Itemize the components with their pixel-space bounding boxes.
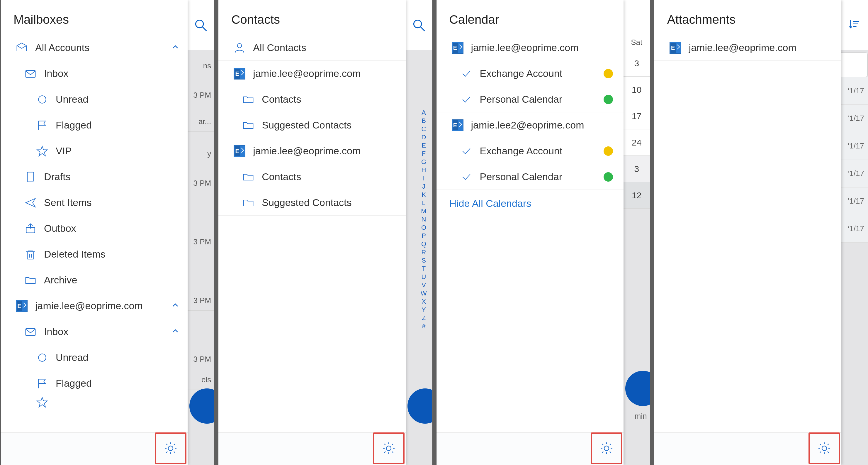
exchange-calendar-row-2[interactable]: Exchange Account bbox=[436, 138, 623, 164]
index-letter[interactable]: M bbox=[421, 207, 426, 215]
suggested-contacts-row[interactable]: Suggested Contacts bbox=[218, 112, 405, 138]
index-letter[interactable]: B bbox=[422, 117, 426, 125]
settings-button[interactable] bbox=[808, 432, 840, 464]
all-accounts-row[interactable]: All Accounts bbox=[1, 35, 188, 61]
calendar-date-cell[interactable]: 12 bbox=[623, 182, 650, 209]
index-letter[interactable]: O bbox=[421, 224, 426, 231]
inbox-row[interactable]: Inbox bbox=[1, 61, 188, 87]
exchange-icon bbox=[231, 68, 248, 80]
drawer-title-contacts: Contacts bbox=[218, 0, 405, 35]
index-letter[interactable]: K bbox=[422, 191, 426, 199]
calendar-date-cell[interactable]: 24 bbox=[623, 129, 650, 156]
account-row-1[interactable]: jamie.lee@eoprime.com bbox=[1, 293, 188, 319]
calendar-account-2[interactable]: jamie.lee2@eoprime.com bbox=[436, 112, 623, 138]
sent-row[interactable]: Sent Items bbox=[1, 190, 188, 215]
search-icon[interactable] bbox=[412, 18, 426, 32]
contacts-account-1[interactable]: jamie.lee@eoprime.com bbox=[218, 61, 405, 87]
index-letter[interactable]: Q bbox=[421, 240, 426, 248]
sort-icon[interactable] bbox=[848, 19, 861, 32]
attachments-account-row[interactable]: jamie.lee@eoprime.com bbox=[654, 35, 841, 61]
mail-bg-snippet: ns bbox=[188, 56, 214, 76]
mailboxes-drawer: Mailboxes All Accounts Inbox Unread Flag… bbox=[1, 0, 188, 465]
index-letter[interactable]: W bbox=[421, 290, 427, 297]
index-letter[interactable]: Z bbox=[422, 314, 426, 322]
deleted-row[interactable]: Deleted Items bbox=[1, 241, 188, 267]
account-unread-row[interactable]: Unread bbox=[1, 345, 188, 371]
drafts-row[interactable]: Drafts bbox=[1, 164, 188, 190]
index-letter[interactable]: E bbox=[422, 142, 426, 149]
suggested-contacts-label: Suggested Contacts bbox=[262, 197, 397, 208]
calendar-date-cell[interactable]: 10 bbox=[623, 77, 650, 103]
account-vip-row-partial[interactable] bbox=[1, 396, 188, 414]
star-icon bbox=[34, 396, 51, 408]
unread-label: Unread bbox=[56, 352, 179, 363]
index-letter[interactable]: F bbox=[422, 150, 426, 157]
flagged-row[interactable]: Flagged bbox=[1, 112, 188, 138]
settings-button[interactable] bbox=[373, 432, 405, 464]
folder-icon bbox=[240, 197, 256, 209]
check-icon bbox=[458, 94, 474, 105]
settings-button[interactable] bbox=[155, 432, 186, 464]
index-letter[interactable]: L bbox=[422, 199, 425, 207]
index-letter[interactable]: A bbox=[422, 109, 426, 116]
vip-label: VIP bbox=[56, 145, 179, 157]
contacts-folder-row[interactable]: Contacts bbox=[218, 87, 405, 112]
index-letter[interactable]: V bbox=[422, 281, 426, 289]
check-icon bbox=[458, 145, 474, 157]
alphabet-index[interactable]: A B C D E F G H I J K L M N O P Q R S T bbox=[418, 109, 430, 330]
index-letter[interactable]: X bbox=[422, 298, 426, 306]
account-inbox-row[interactable]: Inbox bbox=[1, 319, 188, 345]
add-event-fab[interactable] bbox=[625, 371, 650, 406]
index-letter[interactable]: N bbox=[422, 215, 426, 223]
outbox-row[interactable]: Outbox bbox=[1, 215, 188, 241]
personal-calendar-row-2[interactable]: Personal Calendar bbox=[436, 164, 623, 190]
all-contacts-row[interactable]: All Contacts bbox=[218, 35, 405, 61]
deleted-label: Deleted Items bbox=[44, 249, 179, 260]
index-letter[interactable]: R bbox=[422, 249, 426, 256]
personal-calendar-row-1[interactable]: Personal Calendar bbox=[436, 87, 623, 112]
vip-row[interactable]: VIP bbox=[1, 138, 188, 164]
exchange-icon bbox=[667, 42, 684, 54]
archive-row[interactable]: Archive bbox=[1, 267, 188, 293]
calendar-date-cell[interactable]: 3 bbox=[623, 50, 650, 77]
attachment-bg-row: ‘1/17 bbox=[841, 215, 868, 243]
circle-icon bbox=[34, 352, 51, 364]
account-label: jamie.lee@eoprime.com bbox=[35, 300, 171, 312]
calendar-date-cell[interactable]: 17 bbox=[623, 103, 650, 129]
chevron-up-icon[interactable] bbox=[171, 326, 179, 338]
contacts-folder-row-2[interactable]: Contacts bbox=[218, 164, 405, 190]
index-letter[interactable]: C bbox=[422, 125, 426, 133]
index-letter[interactable]: # bbox=[422, 322, 425, 330]
calendar-bg-strip: Sat 3 10 17 24 3 12 min min bbox=[623, 0, 650, 465]
index-letter[interactable]: P bbox=[422, 232, 426, 240]
index-letter[interactable]: G bbox=[421, 158, 426, 166]
unread-row[interactable]: Unread bbox=[1, 87, 188, 112]
mail-bg-snippet: y bbox=[188, 144, 214, 164]
account-flagged-row[interactable]: Flagged bbox=[1, 371, 188, 396]
calendar-bg-header: Sat bbox=[623, 0, 650, 50]
hide-all-calendars-link[interactable]: Hide All Calendars bbox=[436, 190, 623, 217]
add-contact-fab[interactable] bbox=[407, 388, 432, 424]
index-letter[interactable]: Y bbox=[422, 306, 426, 314]
chevron-up-icon[interactable] bbox=[171, 42, 179, 53]
index-letter[interactable]: J bbox=[422, 183, 425, 191]
index-letter[interactable]: H bbox=[422, 166, 426, 174]
chevron-up-icon[interactable] bbox=[171, 300, 179, 312]
calendar-panel-window: Sat 3 10 17 24 3 12 min min Calendar jam… bbox=[436, 0, 650, 465]
gear-icon bbox=[817, 441, 831, 455]
index-letter[interactable]: T bbox=[422, 265, 426, 272]
exchange-calendar-row-1[interactable]: Exchange Account bbox=[436, 61, 623, 87]
contacts-bg-header bbox=[406, 0, 432, 50]
index-letter[interactable]: S bbox=[422, 257, 426, 264]
settings-button[interactable] bbox=[591, 432, 622, 464]
search-icon[interactable] bbox=[194, 18, 208, 32]
suggested-contacts-row-2[interactable]: Suggested Contacts bbox=[218, 190, 405, 215]
contacts-account-2[interactable]: jamie.lee@eoprime.com bbox=[218, 138, 405, 164]
calendar-date-cell[interactable]: 3 bbox=[623, 156, 650, 182]
check-icon bbox=[458, 171, 474, 183]
compose-fab[interactable] bbox=[189, 388, 214, 424]
index-letter[interactable]: I bbox=[423, 175, 425, 182]
index-letter[interactable]: U bbox=[422, 273, 426, 281]
calendar-account-1[interactable]: jamie.lee@eoprime.com bbox=[436, 35, 623, 61]
index-letter[interactable]: D bbox=[422, 134, 426, 141]
